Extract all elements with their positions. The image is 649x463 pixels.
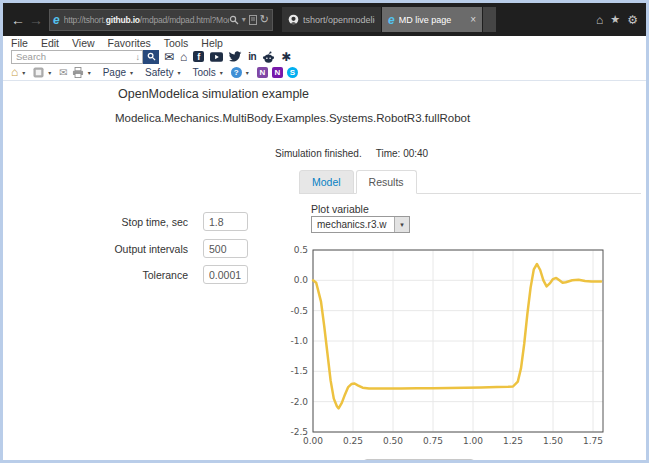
- page-caret-icon: ▾: [130, 69, 133, 76]
- home-button-icon[interactable]: ⌂: [596, 13, 603, 27]
- skype-icon[interactable]: S: [287, 67, 298, 78]
- svg-text:1.75: 1.75: [583, 436, 603, 446]
- tolerance-input[interactable]: [203, 265, 248, 284]
- tab-md-live-page[interactable]: e MD live page ×: [382, 7, 482, 32]
- compatibility-view-icon[interactable]: [249, 15, 257, 25]
- svg-text:0.75: 0.75: [423, 436, 443, 446]
- close-tab-icon[interactable]: ×: [470, 14, 476, 25]
- status-text: Simulation finished.: [275, 148, 362, 159]
- ie-icon: e: [388, 13, 395, 27]
- mail-icon[interactable]: ✉: [164, 51, 174, 63]
- output-intervals-label: Output intervals: [75, 243, 188, 255]
- menu-view[interactable]: View: [72, 37, 95, 49]
- browser-window: ← → e http://tshort.github.io/mdpad/mdpa…: [0, 0, 649, 463]
- reddit-icon[interactable]: [262, 51, 275, 63]
- search-input[interactable]: [16, 51, 136, 62]
- send-to-onenote-icon[interactable]: N: [272, 67, 283, 78]
- svg-text:0.25: 0.25: [343, 436, 363, 446]
- menu-tools[interactable]: Tools: [164, 37, 189, 49]
- form-row-tolerance: Tolerance: [75, 265, 248, 284]
- tools-menu-button[interactable]: Tools: [192, 67, 215, 78]
- search-go-button[interactable]: [143, 50, 159, 64]
- twitter-icon[interactable]: [229, 51, 242, 62]
- menu-edit[interactable]: Edit: [41, 37, 59, 49]
- tab-github[interactable]: tshort/openmodelica-javas...: [282, 7, 382, 32]
- youtube-icon[interactable]: [210, 52, 223, 62]
- home-command-icon[interactable]: ⌂: [11, 65, 18, 79]
- menu-file[interactable]: File: [11, 37, 28, 49]
- home-shortcut-icon[interactable]: ⌂: [180, 51, 187, 63]
- svg-text:-2.0: -2.0: [290, 397, 308, 407]
- svg-text:1.00: 1.00: [463, 436, 483, 446]
- chart-container: 0.000.250.500.751.001.251.501.750.50.0-0…: [287, 245, 617, 451]
- tolerance-label: Tolerance: [75, 269, 188, 281]
- settings-gear-icon[interactable]: ⚙: [627, 13, 638, 27]
- svg-text:1.50: 1.50: [543, 436, 563, 446]
- menu-favorites[interactable]: Favorites: [108, 37, 151, 49]
- status-time: Time: 00:40: [376, 148, 428, 159]
- menu-help[interactable]: Help: [201, 37, 223, 49]
- output-intervals-input[interactable]: [203, 239, 248, 258]
- facebook-icon[interactable]: f: [193, 51, 204, 62]
- tab-label: MD live page: [399, 15, 466, 25]
- back-icon[interactable]: ←: [9, 12, 27, 28]
- svg-text:-1.0: -1.0: [290, 336, 308, 346]
- results-tabs: Model Results: [299, 170, 417, 193]
- favorites-star-icon[interactable]: ★: [610, 13, 620, 26]
- svg-text:-1.5: -1.5: [290, 366, 308, 376]
- stop-time-label: Stop time, sec: [75, 216, 188, 228]
- browser-chrome: ← → e http://tshort.github.io/mdpad/mdpa…: [3, 3, 646, 36]
- ie-page-icon: e: [53, 13, 60, 27]
- print-caret-icon[interactable]: ▾: [88, 69, 91, 76]
- github-icon: [288, 14, 299, 25]
- help-caret-icon[interactable]: ▾: [246, 69, 249, 76]
- menu-bar: File Edit View Favorites Tools Help: [3, 36, 646, 49]
- toolbar-divider: [3, 80, 646, 81]
- command-bar: ⌂ ▾ ▾ ✉ ▾ Page ▾ Safety ▾ Tools ▾ ? ▾ N …: [3, 64, 646, 80]
- linkedin-icon[interactable]: in: [248, 51, 256, 62]
- svg-text:-0.5: -0.5: [290, 306, 308, 316]
- search-history-icon[interactable]: ↓: [136, 52, 141, 62]
- tools-caret-icon: ▾: [220, 69, 223, 76]
- search-dropdown-icon[interactable]: ▾: [242, 15, 246, 24]
- results-chart[interactable]: 0.000.250.500.751.001.251.501.750.50.0-0…: [287, 245, 617, 451]
- refresh-icon[interactable]: ↻: [260, 13, 269, 26]
- favorites-bar: ↓ ✉ ⌂ f in ✱: [3, 49, 646, 64]
- svg-text:0.50: 0.50: [383, 436, 403, 446]
- select-dropdown-icon[interactable]: ▾: [394, 217, 409, 232]
- safety-caret-icon: ▾: [177, 69, 180, 76]
- yelp-icon[interactable]: ✱: [281, 51, 291, 63]
- feeds-icon[interactable]: [33, 67, 44, 78]
- forward-icon[interactable]: →: [27, 12, 45, 28]
- svg-text:0.00: 0.00: [303, 436, 323, 446]
- selected-variable: mechanics.r3.w: [312, 219, 394, 230]
- page-title: OpenModelica simulation example: [118, 87, 309, 101]
- plot-variable-select[interactable]: mechanics.r3.w ▾: [311, 216, 410, 233]
- tab-results[interactable]: Results: [356, 170, 417, 194]
- home-caret-icon[interactable]: ▾: [22, 69, 25, 76]
- clipped-bottom-element[interactable]: [363, 459, 475, 463]
- print-icon[interactable]: [72, 67, 84, 78]
- form-row-output-intervals: Output intervals: [75, 239, 248, 258]
- search-icon[interactable]: [229, 15, 239, 25]
- svg-text:1.25: 1.25: [503, 436, 523, 446]
- address-bar[interactable]: e http://tshort.github.io/mdpad/mdpad.ht…: [49, 9, 273, 31]
- magnifier-icon: [147, 52, 156, 61]
- safety-menu-button[interactable]: Safety: [145, 67, 173, 78]
- search-box: ↓: [11, 50, 143, 64]
- new-tab-button[interactable]: [483, 7, 496, 32]
- url-text: http://tshort.github.io/mdpad/mdpad.html…: [64, 15, 229, 25]
- onenote-linked-notes-icon[interactable]: N: [257, 67, 268, 78]
- svg-text:0.5: 0.5: [294, 245, 308, 255]
- form-row-stop-time: Stop time, sec: [75, 212, 248, 231]
- read-mail-icon[interactable]: ✉: [59, 67, 67, 78]
- tab-model[interactable]: Model: [299, 170, 354, 194]
- svg-text:0.0: 0.0: [294, 275, 309, 285]
- feeds-caret-icon[interactable]: ▾: [48, 69, 51, 76]
- page-menu-button[interactable]: Page: [103, 67, 126, 78]
- help-icon[interactable]: ?: [231, 67, 242, 78]
- svg-text:-2.5: -2.5: [290, 427, 308, 437]
- model-path: Modelica.Mechanics.MultiBody.Examples.Sy…: [115, 112, 470, 124]
- stop-time-input[interactable]: [203, 212, 248, 231]
- simulation-status: Simulation finished. Time: 00:40: [275, 148, 428, 159]
